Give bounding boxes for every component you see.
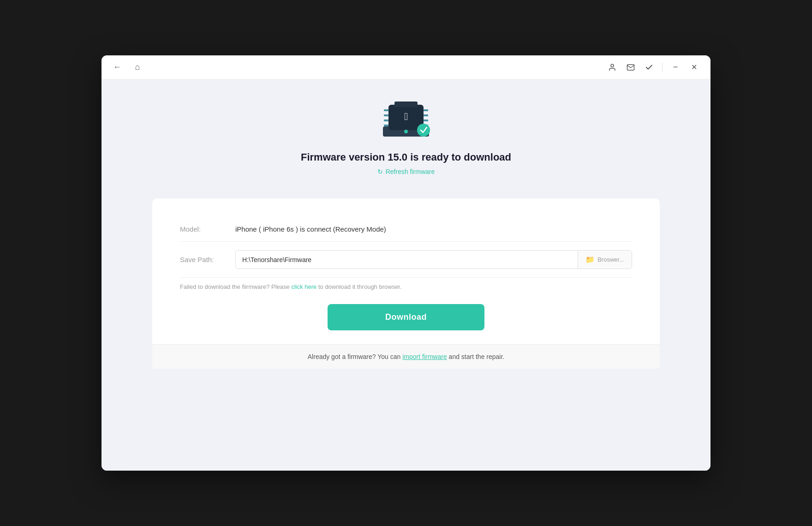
refresh-icon: ↻ xyxy=(377,168,383,175)
failed-message: Failed to download the fiirmware? Please… xyxy=(180,283,632,290)
download-section: Download xyxy=(180,304,632,330)
titlebar-left: ← ⌂ xyxy=(111,61,144,74)
model-row: Model: iPhone ( iPhone 6s ) is connect (… xyxy=(180,217,632,242)
svg-rect-7 xyxy=(384,120,388,121)
footer-suffix: and start the repair. xyxy=(449,353,505,360)
device-icon-wrapper:  xyxy=(378,98,434,144)
svg-rect-6 xyxy=(384,114,388,116)
svg-point-0 xyxy=(611,64,614,67)
download-button[interactable]: Download xyxy=(328,304,484,330)
click-here-link[interactable]: click here xyxy=(291,283,316,290)
titlebar: ← ⌂ − ✕ xyxy=(102,55,710,79)
svg-rect-5 xyxy=(384,109,388,111)
save-path-label: Save Path: xyxy=(180,256,235,263)
model-label: Model: xyxy=(180,225,235,233)
svg-rect-8 xyxy=(384,125,388,126)
home-button[interactable]: ⌂ xyxy=(131,61,144,74)
footer-bar: Already got a firmware? You can import f… xyxy=(152,344,660,369)
titlebar-divider xyxy=(662,63,663,72)
mail-icon[interactable] xyxy=(623,60,638,75)
save-path-row: Save Path: 📁 Broswer... xyxy=(180,242,632,278)
failed-prefix: Failed to download the fiirmware? Please xyxy=(180,283,290,290)
device-illustration:  xyxy=(378,98,434,144)
path-input[interactable] xyxy=(236,251,578,268)
svg-text::  xyxy=(404,111,408,122)
browse-button[interactable]: 📁 Broswer... xyxy=(578,251,632,269)
failed-suffix: to download it through browser. xyxy=(318,283,402,290)
firmware-card: Model: iPhone ( iPhone 6s ) is connect (… xyxy=(152,198,660,369)
folder-icon: 📁 xyxy=(585,255,595,264)
svg-rect-10 xyxy=(424,114,428,116)
browse-label: Broswer... xyxy=(597,256,624,263)
minimize-button[interactable]: − xyxy=(668,60,683,75)
model-value: iPhone ( iPhone 6s ) is connect (Recover… xyxy=(235,225,386,233)
svg-point-14 xyxy=(417,124,430,137)
svg-rect-9 xyxy=(424,109,428,111)
app-window: ← ⌂ − ✕ xyxy=(102,55,710,471)
svg-point-13 xyxy=(404,130,408,133)
refresh-label: Refresh firmware xyxy=(386,168,435,175)
titlebar-right: − ✕ xyxy=(605,60,701,75)
path-input-wrapper: 📁 Broswer... xyxy=(235,250,632,269)
back-button[interactable]: ← xyxy=(111,61,124,74)
refresh-firmware-link[interactable]: ↻ Refresh firmware xyxy=(377,168,435,175)
firmware-icon-area:  Firmware v xyxy=(301,98,511,189)
footer-prefix: Already got a firmware? You can xyxy=(308,353,401,360)
close-button[interactable]: ✕ xyxy=(687,60,701,75)
svg-rect-3 xyxy=(394,102,418,107)
user-icon[interactable] xyxy=(605,60,620,75)
firmware-title: Firmware version 15.0 is ready to downlo… xyxy=(301,151,511,163)
svg-rect-11 xyxy=(424,120,428,121)
check-icon[interactable] xyxy=(642,60,657,75)
import-firmware-link[interactable]: import firmware xyxy=(402,353,447,360)
main-content:  Firmware v xyxy=(102,79,710,471)
